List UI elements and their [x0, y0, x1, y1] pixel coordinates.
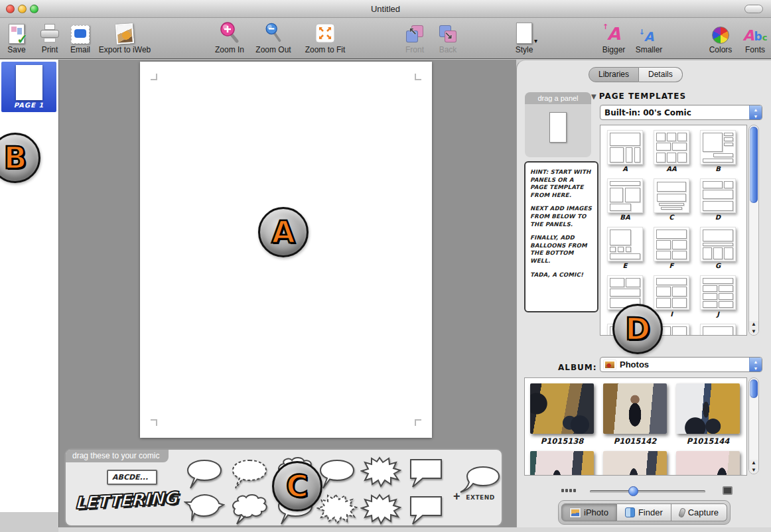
photo-name: P1015144 [676, 436, 740, 446]
toolbar-toggle-button[interactable] [744, 5, 763, 13]
annotation-circle-d: D [612, 304, 663, 354]
page-thumbnail-preview [16, 65, 42, 100]
annotation-circle-a: A [258, 207, 309, 257]
album-label: ALBUM: [558, 363, 597, 372]
template-item[interactable]: A [602, 129, 648, 174]
photo-thumbnail[interactable] [676, 451, 740, 476]
save-button[interactable]: ✓ Save [1, 20, 32, 54]
template-item[interactable]: B [695, 129, 741, 174]
speech-balloon-item[interactable] [316, 458, 358, 491]
lettering-item[interactable]: LETTERING [75, 488, 175, 513]
zoom-to-fit-icon [300, 20, 350, 44]
bigger-button[interactable]: ↑A Bigger [597, 20, 630, 54]
fonts-button[interactable]: Abc Fonts [740, 20, 770, 54]
email-button[interactable]: Email [65, 20, 96, 54]
photo-source-switcher: iPhoto Finder Capture [558, 500, 731, 525]
rect-balloon-item[interactable] [405, 456, 447, 490]
zoom-to-fit-button[interactable]: Zoom to Fit [300, 20, 350, 54]
bigger-icon: ↑A [607, 24, 620, 44]
panel-preview [549, 112, 567, 143]
photo-thumbnail[interactable] [530, 383, 594, 434]
photo-thumbnail[interactable] [676, 383, 740, 434]
template-label: AA [648, 165, 695, 174]
template-item[interactable]: J [695, 274, 741, 319]
back-icon: ↘ [438, 24, 458, 44]
template-item[interactable]: E [602, 226, 648, 271]
template-item[interactable]: BA [602, 177, 648, 222]
shout-balloon-item[interactable] [184, 494, 225, 527]
template-item[interactable]: AA [648, 129, 695, 174]
style-icon [516, 23, 532, 44]
album-dropdown[interactable]: Photos ▲▼ [600, 357, 762, 372]
libraries-panel: Libraries Details drag a panel ▼PAGE TEM… [516, 60, 771, 532]
template-label: A [602, 165, 648, 174]
album-icon [604, 360, 616, 369]
page-thumbnail-selected[interactable]: PAGE 1 [1, 62, 56, 112]
hint-paragraph: TADA, A COMIC! [530, 271, 593, 279]
front-button[interactable]: ↖ Front [399, 20, 430, 54]
thumbnail-size-slider[interactable] [590, 490, 705, 493]
finder-icon [625, 507, 635, 517]
balloon-well-label: drag these to your comic [66, 450, 169, 462]
scroll-arrows-icon[interactable]: ▲▼ [749, 460, 758, 474]
template-item[interactable]: C [648, 177, 695, 222]
photos-scrollbar-thumb[interactable] [750, 379, 758, 398]
cloud-balloon-item[interactable] [229, 494, 270, 527]
hint-paragraph: FINALLY, ADD BALLOONS FROM THE BOTTOM WE… [530, 234, 593, 265]
export-to-iweb-icon [115, 23, 134, 44]
back-button[interactable]: ↘ Back [433, 20, 463, 54]
dashed-balloon-item[interactable] [229, 458, 270, 491]
colors-button[interactable]: Colors [705, 20, 736, 54]
text-box-item[interactable]: ABCDE... [107, 470, 157, 485]
tab-details[interactable]: Details [639, 67, 683, 82]
dropdown-stepper-icon: ▲▼ [749, 358, 762, 371]
source-iphoto-button[interactable]: iPhoto [561, 503, 617, 521]
template-label: D [695, 214, 741, 222]
template-label: G [695, 262, 741, 271]
photos-scrollbar[interactable]: ▲▼ [748, 377, 759, 474]
print-button[interactable]: Print [35, 20, 64, 54]
toolbar: ✓ Save Print Email Export to iWeb Zoom I… [0, 18, 771, 59]
scroll-arrows-icon[interactable]: ▲▼ [749, 321, 758, 335]
template-item[interactable]: G [695, 226, 741, 271]
extend-balloon-item[interactable]: + EXTEND [458, 466, 502, 501]
photo-thumbnail[interactable] [603, 451, 667, 476]
drag-a-panel-source[interactable]: drag a panel [525, 92, 591, 157]
style-button[interactable]: Style [508, 20, 540, 54]
colors-icon [712, 27, 729, 44]
export-to-iweb-button[interactable]: Export to iWeb [95, 20, 155, 54]
tab-libraries[interactable]: Libraries [589, 67, 639, 82]
page-thumbnail-label: PAGE 1 [1, 101, 56, 109]
photo-thumbnail[interactable] [603, 383, 667, 434]
templates-scrollbar[interactable]: ▲▼ [748, 125, 759, 336]
burst-balloon-item[interactable] [360, 494, 401, 527]
pages-sidebar: PAGE 1 + − ⚒ ▾ [0, 60, 58, 512]
templates-scrollbar-thumb[interactable] [750, 127, 758, 203]
zoom-in-button[interactable]: Zoom In [211, 20, 248, 54]
small-thumbnails-icon[interactable] [561, 489, 576, 492]
template-item[interactable] [695, 322, 741, 336]
print-icon [40, 24, 59, 44]
zoom-out-icon [252, 20, 295, 44]
rect-balloon-item[interactable] [405, 494, 447, 527]
slider-thumb[interactable] [628, 486, 638, 496]
templates-well: AAABBACDEFGHIJ [600, 125, 747, 336]
source-finder-button[interactable]: Finder [617, 503, 671, 521]
smaller-button[interactable]: ↓A Smaller [630, 20, 667, 54]
templates-grid: AAABBACDEFGHIJ [600, 125, 747, 336]
template-set-dropdown[interactable]: Built-in: 00's Comic ▲▼ [600, 105, 762, 120]
source-capture-button[interactable]: Capture [671, 503, 727, 521]
template-label: C [648, 214, 695, 222]
template-item[interactable]: D [695, 177, 741, 222]
dashed-burst-balloon-item[interactable] [316, 494, 358, 527]
zoom-out-button[interactable]: Zoom Out [252, 20, 295, 54]
email-icon [71, 25, 90, 44]
template-item[interactable]: F [648, 226, 695, 271]
large-thumbnails-icon[interactable] [723, 486, 733, 495]
photo-thumbnail[interactable] [530, 451, 594, 476]
title-bar: Untitled [0, 0, 771, 18]
hint-paragraph: NEXT ADD IMAGES FROM BELOW TO THE PANELS… [530, 205, 593, 228]
page-templates-header[interactable]: ▼PAGE TEMPLATES [591, 92, 686, 101]
speech-balloon-item[interactable] [184, 458, 225, 491]
burst-balloon-item[interactable] [360, 456, 401, 490]
